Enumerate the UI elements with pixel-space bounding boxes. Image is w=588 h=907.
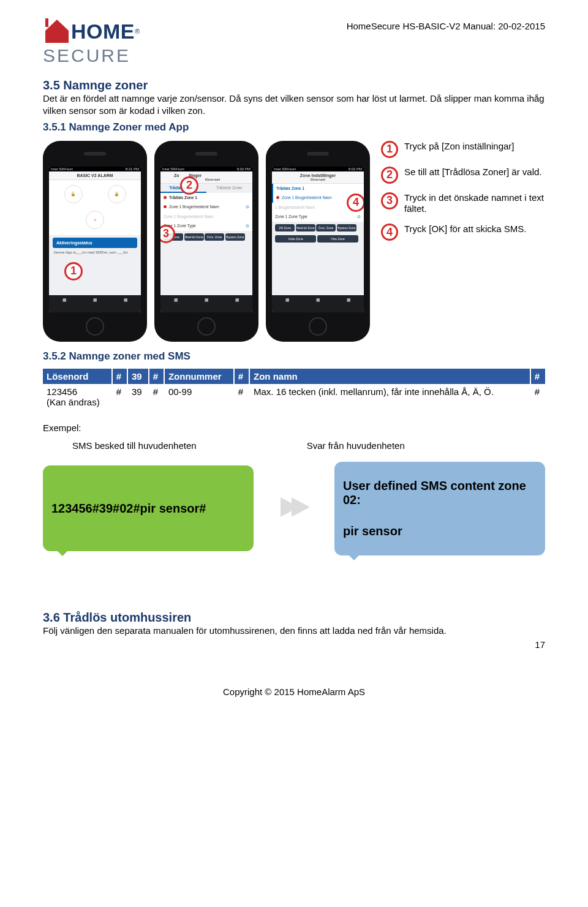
zone-tile: 24t Zone (275, 224, 295, 231)
heading-3-5-1: 3.5.1 Namnge Zoner med App (43, 121, 545, 134)
th-hash: # (530, 369, 545, 384)
th-password: Lösenord (43, 369, 112, 384)
tabbar-icon: ▦ (311, 298, 325, 310)
document-title: HomeSecure HS-BASIC-V2 Manual: 20-02-201… (347, 21, 545, 31)
sms-reply-bubble: User defined SMS content zone 02: pir se… (334, 462, 545, 555)
screen-title: BASIC V2 ALARM (49, 171, 141, 180)
example-left-label: SMS besked till huvudenheten (72, 440, 197, 451)
tabbar-icon: ▦ (118, 298, 133, 310)
sms-request-bubble: 123456#39#02#pir sensor# (43, 465, 254, 551)
th-hash: # (149, 369, 164, 384)
table-row: 123456 (Kan ändras) # 39 # 00-99 # Max. … (43, 384, 545, 410)
sms-request-text: 123456#39#02#pir sensor# (51, 502, 206, 516)
td: # (149, 384, 164, 410)
unlock-icon: 🔓 (64, 185, 83, 203)
heading-3-6: 3.6 Trådlös utomhussiren (43, 611, 545, 625)
td: Max. 16 tecken (inkl. mellanrum), får in… (249, 384, 530, 410)
zone-row: Trådløs Zone 1 (276, 186, 304, 190)
tabbar-icon: ▦ (88, 298, 102, 310)
th-code: 39 (127, 369, 149, 384)
zone-row: Trådløs Zone 1 (169, 195, 197, 200)
zone-tile: Indre Zone (275, 235, 316, 243)
step-1: 1Tryck på [Zon inställningar] (381, 141, 545, 158)
tabbar-icon: ▦ (168, 298, 183, 310)
body-3-5: Det är en fördel att namnge varje zon/se… (43, 92, 545, 118)
svg-rect-0 (45, 18, 48, 27)
clock: 8:02 PM (349, 167, 362, 171)
home-icon: ⌂ (86, 211, 104, 229)
step-3: 3Tryck in det önskade namnet i text fält… (381, 192, 545, 216)
activation-status-tile: Aktiveringsstatus (53, 238, 137, 248)
td: 00-99 (164, 384, 234, 410)
zone-name-field: Zone 1 Brugerbestemt Navn (282, 195, 332, 200)
callout-4: 4 (347, 194, 364, 212)
zone-tile: Bypass Zone (225, 233, 245, 241)
phone-screenshot-1: Intet SIM-kort8:21 PM BASIC V2 ALARM 🔓 🔒… (43, 141, 147, 342)
carrier: Intet SIM-kort (51, 167, 73, 171)
carrier: Intet SIM-kort (162, 167, 184, 171)
logo: HOME ® SECURE (43, 16, 140, 66)
zone-tile: Fors. Zone (205, 233, 224, 241)
tabbar-icon: ▦ (341, 298, 356, 310)
step-2: 2Se till att [Trådlösa Zoner] är vald. (381, 167, 545, 184)
callout-1: 1 (64, 262, 83, 280)
step-text: Tryck på [Zon inställningar] (404, 141, 514, 158)
tabbar-icon: ▦ (57, 298, 72, 310)
th-zonename: Zon namn (249, 369, 530, 384)
th-hash: # (234, 369, 249, 384)
registered-mark: ® (135, 28, 140, 35)
nav-sub: Eksempel (273, 178, 363, 181)
td: # (234, 384, 249, 410)
nav-back: Zo (174, 173, 179, 178)
page-header: HOME ® SECURE HomeSecure HS-BASIC-V2 Man… (43, 0, 545, 66)
copyright-footer: Copyright © 2015 HomeAlarm ApS (43, 687, 545, 697)
heading-3-5-2: 3.5.2 Namnge zoner med SMS (43, 350, 545, 363)
example-right-label: Svar från huvudenheten (307, 440, 405, 451)
status-subtext: Denne App st___rm med SMS'er, som ___for… (53, 248, 137, 257)
nav-title: Zone Indstillinger (300, 173, 336, 178)
carrier: Intet SIM-kort (274, 167, 296, 171)
td: # (530, 384, 545, 410)
example-label: Exempel: (43, 422, 545, 434)
phones-and-steps: Intet SIM-kort8:21 PM BASIC V2 ALARM 🔓 🔒… (43, 141, 545, 342)
step-4: 4Tryck [OK] för att skicka SMS. (381, 224, 545, 241)
zone-tile: Ydre Zone (317, 235, 358, 243)
step-text: Tryck in det önskade namnet i text fälte… (404, 192, 545, 216)
zone-tile: Bypass Zone (337, 224, 356, 231)
sms-reply-line1: User defined SMS content zone 02: (343, 479, 537, 507)
steps-list: 1Tryck på [Zon inställningar] 2Se till a… (377, 141, 545, 241)
tab-wired: Trådede Zoner (206, 184, 252, 193)
td: 39 (127, 384, 149, 410)
sms-command-table: Lösenord # 39 # Zonnummer # Zon namn # 1… (43, 369, 545, 410)
logo-text-top: HOME (71, 22, 135, 41)
zone-name-field: Zone 1 Brugerbestemt Navn (169, 205, 219, 209)
lock-icon: 🔒 (108, 185, 126, 203)
sms-reply-line2: pir sensor (343, 524, 402, 538)
sms-bubbles: 123456#39#02#pir sensor# User defined SM… (43, 462, 545, 555)
clock: 8:02 PM (237, 167, 251, 171)
td: # (112, 384, 127, 410)
step-number: 3 (381, 192, 398, 209)
page-number: 17 (43, 639, 545, 650)
heading-3-5: 3.5 Namnge zoner (43, 78, 545, 92)
step-number: 4 (381, 224, 398, 241)
zone-tile: Fors. Zone (316, 224, 336, 231)
step-number: 1 (381, 141, 398, 158)
tabbar-icon: ▦ (230, 298, 244, 310)
th-zonenum: Zonnummer (164, 369, 234, 384)
placeholder: 1 Brugerbestemt Navn (275, 205, 315, 209)
step-text: Se till att [Trådlösa Zoner] är vald. (404, 167, 542, 184)
tabbar-icon: ▦ (199, 298, 214, 310)
phone-screenshot-2: Intet SIM-kort8:02 PM Zo llingerEksempel… (154, 141, 258, 342)
step-number: 2 (381, 167, 398, 184)
callout-2: 2 (180, 176, 198, 195)
tabbar-icon: ▦ (280, 298, 295, 310)
body-3-6: Följ vänligen den separata manualen för … (43, 625, 545, 637)
arrow-icon (276, 489, 312, 528)
th-hash: # (112, 369, 127, 384)
zone-type-row: Zone 1 Zone Type (275, 214, 307, 219)
clock: 8:21 PM (126, 167, 139, 171)
step-text: Tryck [OK] för att skicka SMS. (404, 224, 526, 241)
logo-text-bottom: SECURE (43, 45, 140, 66)
phone-screenshot-3: Intet SIM-kort8:02 PM Zone Indstillinger… (266, 141, 370, 342)
